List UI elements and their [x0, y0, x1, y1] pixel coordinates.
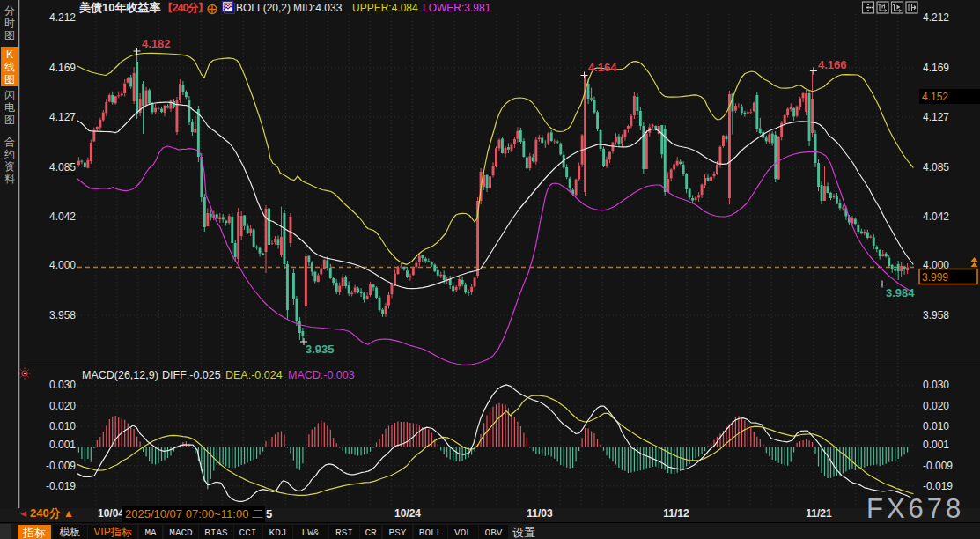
svg-text:MACD:-0.003: MACD:-0.003 — [288, 369, 355, 381]
svg-text:模板: 模板 — [60, 526, 81, 538]
svg-text:K: K — [6, 48, 13, 61]
svg-text:KDJ: KDJ — [269, 528, 287, 538]
svg-text:OBV: OBV — [485, 528, 503, 538]
svg-text:4.182: 4.182 — [142, 37, 171, 50]
svg-text:PSY: PSY — [389, 528, 407, 538]
svg-text:约: 约 — [4, 148, 15, 160]
svg-text:DIFF:-0.025: DIFF:-0.025 — [162, 369, 221, 381]
svg-text:MID:4.033: MID:4.033 — [293, 2, 343, 14]
svg-text:VIP指标: VIP指标 — [93, 526, 132, 538]
svg-text:11/21: 11/21 — [806, 507, 832, 520]
svg-text:设置: 设置 — [512, 526, 535, 539]
svg-text:0.030: 0.030 — [923, 379, 949, 391]
svg-text:0.001: 0.001 — [49, 439, 76, 451]
svg-text:4.127: 4.127 — [923, 111, 949, 123]
svg-text:4.166: 4.166 — [818, 58, 847, 71]
svg-text:4.085: 4.085 — [923, 161, 949, 174]
svg-text:【240分】: 【240分】 — [162, 2, 208, 14]
svg-text:UPPER:4.084: UPPER:4.084 — [352, 2, 418, 14]
svg-text:4.212: 4.212 — [49, 11, 76, 24]
svg-text:240分: 240分 — [30, 506, 62, 520]
svg-text:FX678: FX678 — [866, 493, 964, 524]
svg-text:指标: 指标 — [22, 526, 46, 539]
svg-text:美债10年收益率: 美债10年收益率 — [78, 1, 160, 14]
svg-text:3.999: 3.999 — [922, 271, 948, 284]
svg-text:料: 料 — [4, 173, 15, 185]
svg-text:DEA:-0.024: DEA:-0.024 — [225, 369, 283, 381]
svg-text:线: 线 — [4, 61, 15, 73]
svg-text:4.127: 4.127 — [49, 111, 76, 123]
svg-text:图: 图 — [4, 29, 15, 41]
svg-text:资: 资 — [4, 160, 15, 173]
svg-text:分: 分 — [4, 4, 15, 17]
svg-text:MACD: MACD — [169, 528, 193, 538]
svg-text:2025/10/07 07:00~11:00 二: 2025/10/07 07:00~11:00 二 — [125, 507, 263, 521]
svg-text:4.042: 4.042 — [49, 210, 76, 223]
svg-text:11/12: 11/12 — [663, 507, 689, 520]
svg-text:0.010: 0.010 — [923, 420, 949, 432]
svg-text:BOLL(20,2): BOLL(20,2) — [236, 2, 291, 14]
svg-text:4.169: 4.169 — [49, 62, 76, 74]
svg-text:4.152: 4.152 — [922, 91, 948, 103]
svg-text:图: 图 — [4, 114, 15, 126]
svg-text:-0.019: -0.019 — [46, 480, 76, 492]
svg-text:图: 图 — [4, 73, 15, 85]
svg-text:-0.009: -0.009 — [46, 460, 76, 472]
svg-text:5: 5 — [266, 507, 272, 521]
svg-text:MACD(26,12,9): MACD(26,12,9) — [82, 369, 158, 381]
svg-text:0.030: 0.030 — [49, 379, 76, 391]
svg-text:3.984: 3.984 — [886, 286, 915, 299]
svg-text:BIAS: BIAS — [204, 528, 228, 538]
svg-text:时: 时 — [4, 17, 15, 29]
svg-text:▲: ▲ — [63, 507, 74, 520]
svg-text:0.020: 0.020 — [49, 400, 76, 412]
svg-text:0.001: 0.001 — [923, 439, 949, 451]
svg-text:4.000: 4.000 — [49, 259, 76, 271]
svg-text:3.935: 3.935 — [306, 343, 335, 356]
svg-text:电: 电 — [4, 101, 15, 114]
svg-text:11/03: 11/03 — [527, 507, 553, 520]
svg-text:◀: ◀ — [20, 509, 26, 518]
svg-text:-0.009: -0.009 — [923, 460, 953, 472]
svg-text:LOWER:3.981: LOWER:3.981 — [423, 2, 491, 14]
svg-text:0.020: 0.020 — [923, 400, 949, 412]
svg-text:CR: CR — [365, 528, 377, 538]
svg-text:10/24: 10/24 — [394, 507, 421, 520]
svg-text:3.958: 3.958 — [923, 309, 949, 321]
svg-text:4.169: 4.169 — [923, 62, 949, 74]
svg-text:MA: MA — [144, 528, 157, 538]
svg-text:4.164: 4.164 — [588, 61, 617, 74]
svg-text:RSI: RSI — [335, 528, 353, 538]
svg-text:4.212: 4.212 — [923, 11, 949, 24]
svg-text:3.958: 3.958 — [49, 309, 76, 321]
svg-text:BOLL: BOLL — [419, 528, 442, 538]
svg-text:-0.019: -0.019 — [923, 480, 953, 492]
svg-text:4.042: 4.042 — [923, 210, 949, 223]
svg-text:合: 合 — [4, 136, 15, 148]
svg-text:4.085: 4.085 — [49, 161, 76, 174]
svg-text:VOL: VOL — [454, 528, 472, 538]
svg-text:0.010: 0.010 — [49, 420, 76, 432]
svg-text:10/04: 10/04 — [98, 507, 124, 520]
svg-text:闪: 闪 — [4, 89, 15, 101]
svg-text:LW&: LW& — [302, 528, 320, 538]
svg-text:CCI: CCI — [239, 528, 257, 538]
